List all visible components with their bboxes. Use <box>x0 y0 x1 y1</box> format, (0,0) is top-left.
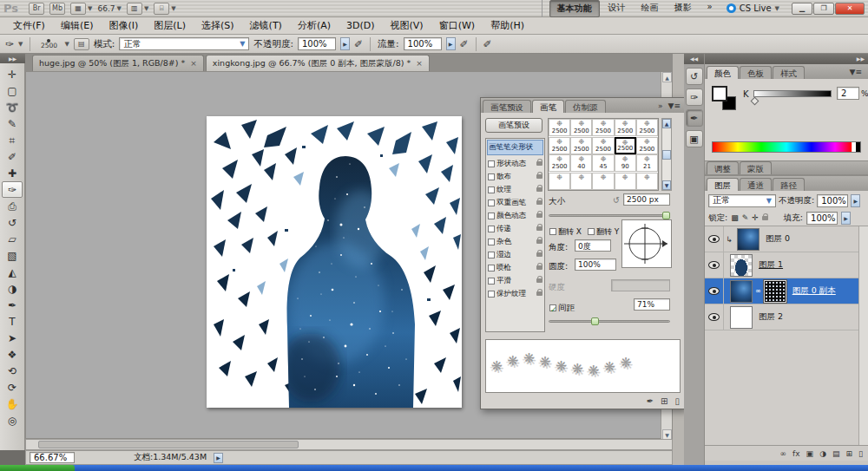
menu-item[interactable]: 窗口(W) <box>431 17 483 34</box>
layer-blend-mode-select[interactable]: 正常▼ <box>708 194 776 207</box>
brush-tip-cell[interactable]: ❉ 21 <box>636 154 658 172</box>
brush-option-row[interactable]: 杂色 <box>487 235 543 248</box>
layer-name[interactable]: 图层 1 <box>759 259 783 271</box>
checkbox[interactable] <box>488 186 495 193</box>
brush-tip-cell[interactable]: ❉ 2500 <box>549 119 570 136</box>
opacity-field[interactable]: 100% <box>298 37 336 50</box>
k-channel-slider[interactable] <box>753 90 832 97</box>
layer-name[interactable]: 图层 2 <box>759 311 783 323</box>
menu-item[interactable]: 图层(L) <box>146 17 194 34</box>
3d-rotate-tool[interactable]: ⟲ <box>2 363 23 379</box>
custom-shape-tool[interactable]: ❖ <box>2 346 23 363</box>
brush-tip-cell[interactable]: ❉ <box>636 173 658 190</box>
checkbox[interactable] <box>488 226 495 232</box>
brush-grid-scrollbar[interactable]: ▲ ▼ <box>661 118 672 191</box>
close-button[interactable]: ✕ <box>835 3 865 15</box>
dodge-tool[interactable]: ◑ <box>2 280 23 297</box>
layer-name[interactable]: 图层 0 <box>766 233 790 245</box>
brush-presets-button[interactable]: 画笔预设 <box>485 118 542 133</box>
menu-item[interactable]: 编辑(E) <box>53 17 102 34</box>
menu-item[interactable]: 3D(D) <box>339 18 383 33</box>
gradient-tool[interactable]: ▧ <box>2 247 23 264</box>
eyedropper-tool[interactable]: ✐ <box>2 148 23 165</box>
flip-y-checkbox[interactable]: 翻转 Y <box>587 225 620 239</box>
lock-icon[interactable] <box>536 200 542 205</box>
menu-item[interactable]: 滤镜(T) <box>242 17 290 34</box>
lock-icon[interactable] <box>536 187 542 192</box>
panel-tab[interactable]: 调整 <box>707 161 739 174</box>
close-icon[interactable]: × <box>190 59 197 68</box>
layer-name[interactable]: 图层 0 副本 <box>792 285 836 297</box>
link-layers-icon[interactable]: ∞ <box>780 449 787 458</box>
workspace-button[interactable]: » <box>700 0 720 17</box>
menu-item[interactable]: 帮助(H) <box>483 17 532 34</box>
blend-mode-select[interactable]: 正常▼ <box>119 37 249 50</box>
horizontal-scrollbar[interactable] <box>25 439 673 450</box>
lock-all-icon[interactable] <box>762 216 768 220</box>
preview-toggle-icon[interactable]: ✒ <box>647 396 654 406</box>
k-value-field[interactable]: 2 <box>837 87 859 100</box>
new-layer-icon[interactable]: ⊞ <box>846 449 853 458</box>
brush-option-row[interactable]: 散布 <box>487 170 543 183</box>
checkbox[interactable] <box>488 200 495 206</box>
panel-tab[interactable]: 样式 <box>773 66 805 79</box>
clone-stamp-tool[interactable]: ⎙ <box>2 198 23 214</box>
size-field[interactable]: 2500 px <box>623 193 670 206</box>
quick-selection-tool[interactable]: ✎ <box>2 115 23 132</box>
reset-size-icon[interactable]: ↺ <box>613 195 620 205</box>
brush-tip-cell[interactable]: ❉ 2500 <box>549 137 570 154</box>
canvas[interactable] <box>207 116 462 408</box>
rectangular-marquee-tool[interactable]: ▢ <box>2 82 23 99</box>
status-zoom-field[interactable]: 66.67% <box>30 452 75 463</box>
lock-icon[interactable] <box>536 226 542 231</box>
brush-tip-cell[interactable]: ❉ 2500 <box>570 119 592 136</box>
workspace-button[interactable]: 摄影 <box>667 0 699 17</box>
brush-panel-icon[interactable]: ✒ <box>686 109 703 127</box>
layer-row[interactable]: 图层 1 <box>705 252 868 278</box>
lasso-tool[interactable]: ➰ <box>2 99 23 115</box>
brush-tip-cell[interactable]: ❉ <box>570 173 592 190</box>
color-spectrum-ramp[interactable] <box>712 141 861 153</box>
hand-tool[interactable]: ✋ <box>2 396 23 412</box>
arrange-documents-button[interactable]: ▦▼ <box>70 3 92 15</box>
clone-source-panel-icon[interactable]: ▣ <box>686 130 703 147</box>
minimize-button[interactable]: ▁ <box>792 3 812 15</box>
fill-spinner[interactable]: ▶ <box>841 212 851 225</box>
brush-tip-cell[interactable]: ❉ 2500 <box>570 137 592 154</box>
brush-option-row[interactable]: 保护纹理 <box>487 287 543 300</box>
bridge-button[interactable]: Br <box>29 3 44 15</box>
checkbox[interactable] <box>488 278 495 285</box>
panel-tab[interactable]: 路径 <box>773 178 805 191</box>
windows-taskbar[interactable] <box>0 465 868 471</box>
menu-item[interactable]: 视图(V) <box>383 17 431 34</box>
blur-tool[interactable]: ◭ <box>2 264 23 280</box>
brush-tool[interactable]: ✑ <box>2 181 23 198</box>
brush-tip-cell[interactable]: ❉ 2500 <box>615 137 636 154</box>
brush-option-row[interactable]: 形状动态 <box>487 157 543 170</box>
brush-tip-cell[interactable]: ❉ <box>592 173 614 190</box>
panel-tab[interactable]: 色板 <box>740 66 772 79</box>
mini-bridge-button[interactable]: Mb <box>49 3 65 15</box>
brush-panel-tab[interactable]: 仿制源 <box>565 100 606 113</box>
lock-icon[interactable] <box>536 213 542 218</box>
opacity-spinner[interactable]: ▶ <box>851 194 860 207</box>
brush-presets-panel-icon[interactable]: ✑ <box>686 88 703 106</box>
angle-roundness-control[interactable] <box>621 219 672 268</box>
slider-thumb[interactable] <box>591 317 599 325</box>
pen-tool[interactable]: ✒ <box>2 297 23 313</box>
layer-row[interactable]: ↳ 图层 0 <box>705 226 868 252</box>
toggle-brush-panel-button[interactable]: ▤ <box>74 38 89 50</box>
delete-layer-icon[interactable]: ▯ <box>858 449 863 458</box>
brush-option-row[interactable]: 传递 <box>487 222 543 235</box>
roundness-field[interactable]: 100% <box>575 258 616 271</box>
flow-field[interactable]: 100% <box>404 37 442 50</box>
visibility-toggle[interactable] <box>705 226 724 252</box>
airbrush-icon[interactable]: ✐ <box>460 38 469 50</box>
layer-opacity-field[interactable]: 100% <box>817 194 848 207</box>
size-slider[interactable] <box>549 214 670 217</box>
restore-button[interactable]: ❐ <box>813 3 834 15</box>
fill-field[interactable]: 100% <box>806 212 838 225</box>
scroll-down-icon[interactable]: ▼ <box>662 180 671 190</box>
lock-icon[interactable] <box>536 174 542 179</box>
workspace-button[interactable]: 设计 <box>602 0 633 17</box>
